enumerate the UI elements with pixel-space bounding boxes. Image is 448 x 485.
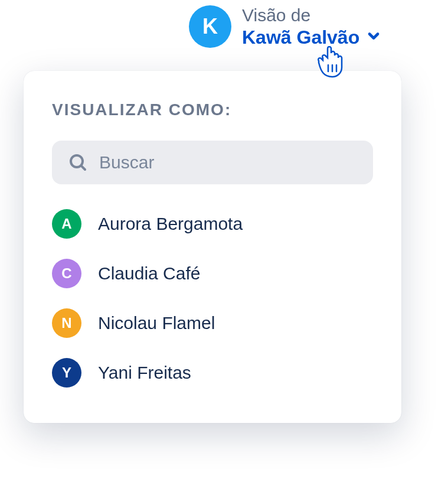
view-as-header: K Visão de Kawã Galvão	[189, 5, 382, 48]
user-item-yani[interactable]: Y Yani Freitas	[52, 358, 373, 388]
user-item-aurora[interactable]: A Aurora Bergamota	[52, 209, 373, 239]
svg-line-4	[81, 165, 85, 170]
user-list: A Aurora Bergamota C Claudia Café N Nico…	[52, 209, 373, 388]
user-name: Aurora Bergamota	[98, 214, 243, 234]
user-initial: A	[61, 216, 71, 232]
current-user-initial: K	[202, 14, 218, 39]
user-avatar: Y	[52, 358, 81, 388]
pointer-cursor-icon	[317, 46, 345, 80]
user-avatar: C	[52, 259, 81, 288]
user-name: Nicolau Flamel	[98, 313, 215, 333]
user-initial: C	[61, 265, 71, 282]
view-as-dropdown: VISUALIZAR COMO: A Aurora Bergamota C Cl…	[24, 71, 401, 423]
user-initial: N	[61, 315, 71, 331]
user-item-claudia[interactable]: C Claudia Café	[52, 259, 373, 288]
header-label: Visão de	[242, 5, 382, 26]
user-name: Yani Freitas	[98, 363, 191, 383]
search-box[interactable]	[52, 141, 373, 184]
user-initial: Y	[62, 364, 71, 381]
chevron-down-icon	[365, 28, 382, 47]
current-user-name: Kawã Galvão	[242, 26, 359, 48]
user-avatar: A	[52, 209, 81, 239]
user-avatar: N	[52, 308, 81, 338]
panel-title: VISUALIZAR COMO:	[52, 100, 373, 119]
current-user-avatar: K	[189, 5, 231, 48]
header-text-block: Visão de Kawã Galvão	[242, 5, 382, 48]
user-item-nicolau[interactable]: N Nicolau Flamel	[52, 308, 373, 338]
search-icon	[68, 153, 87, 172]
user-switcher-trigger[interactable]: Kawã Galvão	[242, 26, 382, 48]
search-input[interactable]	[99, 152, 357, 172]
user-name: Claudia Café	[98, 263, 200, 284]
